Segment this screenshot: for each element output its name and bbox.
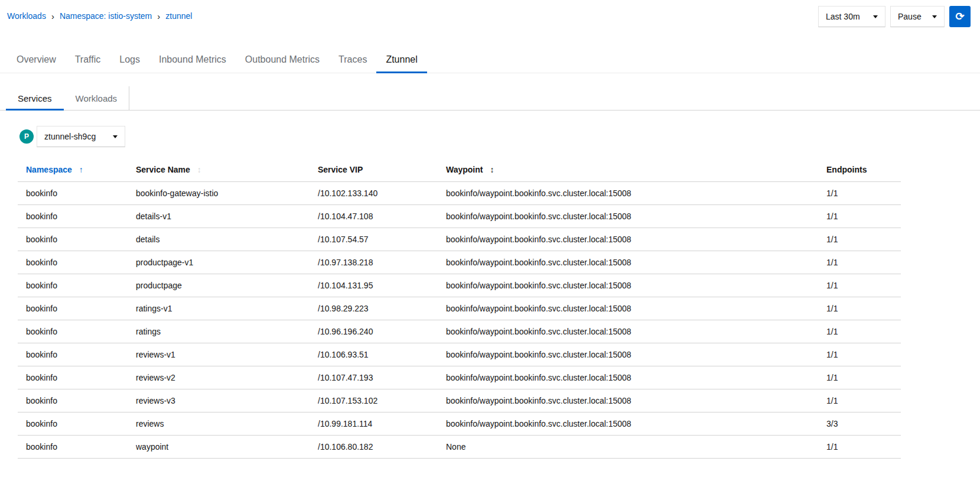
cell-endpoints: 1/1 [826,274,901,297]
table-row: bookinforeviews/10.99.181.114bookinfo/wa… [18,412,901,436]
cell-service-vip: /10.106.93.51 [318,343,446,366]
subtab-workloads[interactable]: Workloads [64,86,129,110]
cell-waypoint: bookinfo/waypoint.bookinfo.svc.cluster.l… [446,343,826,366]
cell-service-name: bookinfo-gateway-istio [136,182,318,205]
cell-service-name: details-v1 [136,205,318,228]
cell-waypoint: bookinfo/waypoint.bookinfo.svc.cluster.l… [446,274,826,297]
column-header-namespace[interactable]: Namespace↑ [18,158,136,182]
cell-service-vip: /10.106.80.182 [318,436,446,459]
table-row: bookinfobookinfo-gateway-istio/10.102.13… [18,182,901,205]
cell-service-name: productpage [136,274,318,297]
sync-icon: ⟳ [955,10,964,23]
cell-endpoints: 3/3 [826,412,901,436]
top-bar: Workloads›Namespace: istio-system›ztunne… [0,0,980,33]
table-row: bookinfowaypoint/10.106.80.182None1/1 [18,436,901,459]
table-row: bookinfodetails-v1/10.104.47.108bookinfo… [18,205,901,228]
table-row: bookinfoproductpage/10.104.131.95bookinf… [18,274,901,297]
cell-service-vip: /10.96.196.240 [318,320,446,343]
cell-waypoint: bookinfo/waypoint.bookinfo.svc.cluster.l… [446,320,826,343]
cell-namespace: bookinfo [18,182,136,205]
table-header-row: Namespace↑Service Name↕Service VIPWaypoi… [18,158,901,182]
cell-endpoints: 1/1 [826,343,901,366]
cell-namespace: bookinfo [18,412,136,436]
subtab-services[interactable]: Services [6,86,64,110]
services-table: Namespace↑Service Name↕Service VIPWaypoi… [18,158,901,459]
cell-service-name: details [136,228,318,251]
breadcrumb: Workloads›Namespace: istio-system›ztunne… [7,6,192,21]
cell-waypoint: bookinfo/waypoint.bookinfo.svc.cluster.l… [446,205,826,228]
column-label: Endpoints [826,165,867,174]
cell-endpoints: 1/1 [826,297,901,320]
table-row: bookinfoproductpage-v1/10.97.138.218book… [18,251,901,274]
tab-outbound-metrics[interactable]: Outbound Metrics [236,48,329,73]
sort-icon: ↕ [197,165,201,174]
column-header-service-name[interactable]: Service Name↕ [136,158,318,182]
cell-endpoints: 1/1 [826,436,901,459]
column-header-endpoints: Endpoints [826,158,901,182]
cell-namespace: bookinfo [18,297,136,320]
column-header-waypoint[interactable]: Waypoint↕ [446,158,826,182]
cell-endpoints: 1/1 [826,205,901,228]
cell-namespace: bookinfo [18,228,136,251]
cell-namespace: bookinfo [18,251,136,274]
subtab-group: ServicesWorkloads [6,86,129,110]
cell-waypoint: bookinfo/waypoint.bookinfo.svc.cluster.l… [446,182,826,205]
cell-service-vip: /10.99.181.114 [318,412,446,436]
breadcrumb-separator: › [157,12,160,21]
chevron-down-icon [873,15,878,18]
column-label: Namespace [26,165,72,174]
cell-service-name: reviews [136,412,318,436]
cell-service-vip: /10.98.29.223 [318,297,446,320]
pod-badge: P [19,129,34,144]
cell-service-name: waypoint [136,436,318,459]
subtab-bar: ServicesWorkloads [0,86,980,111]
cell-service-vip: /10.107.153.102 [318,389,446,412]
services-table-container: Namespace↑Service Name↕Service VIPWaypoi… [18,158,962,459]
cell-endpoints: 1/1 [826,251,901,274]
breadcrumb-item-namespace-istio-system[interactable]: Namespace: istio-system [60,11,152,21]
table-row: bookinforatings/10.96.196.240bookinfo/wa… [18,320,901,343]
cell-service-vip: /10.97.138.218 [318,251,446,274]
cell-endpoints: 1/1 [826,389,901,412]
table-row: bookinforeviews-v1/10.106.93.51bookinfo/… [18,343,901,366]
duration-dropdown[interactable]: Last 30m [818,6,885,27]
cell-namespace: bookinfo [18,274,136,297]
tab-logs[interactable]: Logs [110,48,149,73]
cell-endpoints: 1/1 [826,366,901,389]
tab-ztunnel[interactable]: Ztunnel [376,48,426,73]
column-label: Service Name [136,165,190,174]
cell-waypoint: None [446,436,826,459]
cell-service-name: productpage-v1 [136,251,318,274]
chevron-down-icon [113,135,118,138]
cell-endpoints: 1/1 [826,320,901,343]
tab-overview[interactable]: Overview [7,48,66,73]
table-row: bookinforatings-v1/10.98.29.223bookinfo/… [18,297,901,320]
chevron-down-icon [932,15,937,18]
breadcrumb-item-ztunnel[interactable]: ztunnel [165,11,192,21]
cell-namespace: bookinfo [18,389,136,412]
breadcrumb-item-workloads[interactable]: Workloads [7,11,46,21]
toolbar: Last 30m Pause ⟳ [818,6,971,27]
cell-endpoints: 1/1 [826,182,901,205]
cell-service-vip: /10.104.131.95 [318,274,446,297]
cell-endpoints: 1/1 [826,228,901,251]
cell-service-vip: /10.107.47.193 [318,366,446,389]
cell-waypoint: bookinfo/waypoint.bookinfo.svc.cluster.l… [446,412,826,436]
pod-dropdown[interactable]: ztunnel-sh9cg [37,126,125,147]
column-header-service-vip: Service VIP [318,158,446,182]
cell-waypoint: bookinfo/waypoint.bookinfo.svc.cluster.l… [446,251,826,274]
cell-service-vip: /10.107.54.57 [318,228,446,251]
cell-service-name: reviews-v3 [136,389,318,412]
cell-service-name: ratings [136,320,318,343]
cell-waypoint: bookinfo/waypoint.bookinfo.svc.cluster.l… [446,228,826,251]
tab-bar: OverviewTrafficLogsInbound MetricsOutbou… [0,48,980,73]
cell-namespace: bookinfo [18,436,136,459]
refresh-interval-dropdown[interactable]: Pause [890,6,945,27]
tab-traffic[interactable]: Traffic [66,48,110,73]
cell-service-name: reviews-v1 [136,343,318,366]
refresh-button[interactable]: ⟳ [949,6,971,27]
pod-dropdown-value: ztunnel-sh9cg [44,132,96,141]
cell-service-name: reviews-v2 [136,366,318,389]
tab-inbound-metrics[interactable]: Inbound Metrics [149,48,236,73]
tab-traces[interactable]: Traces [329,48,376,73]
